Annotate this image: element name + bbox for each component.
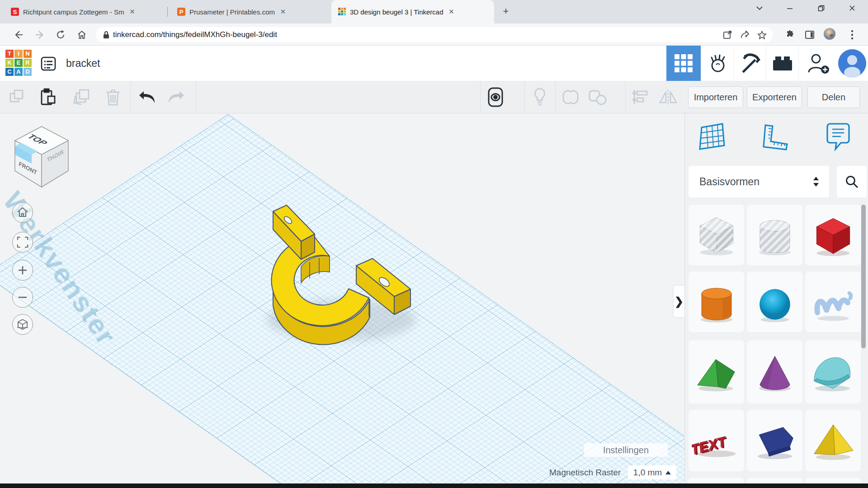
- close-icon[interactable]: ✕: [127, 7, 137, 16]
- back-icon[interactable]: [13, 29, 24, 41]
- tab-tinkercad[interactable]: 3D design beugel 3 | Tinkercad ✕: [331, 0, 494, 23]
- shape-navy-polygon[interactable]: [747, 410, 802, 471]
- browser-address-bar: tinkercad.com/things/fedeilMXhGh-beugel-…: [0, 23, 868, 46]
- minecraft-icon[interactable]: [733, 46, 766, 81]
- chevron-down-icon[interactable]: [749, 0, 770, 16]
- shape-orange-cylinder[interactable]: [689, 272, 744, 332]
- shape-cell-partial[interactable]: [689, 478, 744, 483]
- expand-panel-icon[interactable]: ❯: [674, 286, 684, 317]
- snap-grid-label: Magnetisch Raster: [549, 468, 621, 478]
- design-grid-icon[interactable]: [666, 46, 701, 81]
- viewport-canvas[interactable]: Werkvenster TOP FRONT RIG: [0, 113, 684, 483]
- shape-cell-partial[interactable]: [747, 478, 802, 483]
- bottom-bar: [0, 483, 868, 488]
- forward-icon[interactable]: [34, 29, 46, 41]
- shape-green-roof[interactable]: [689, 340, 744, 404]
- invite-icon[interactable]: [798, 46, 836, 81]
- tab-printables[interactable]: P Prusameter | Printables.com ✕: [171, 0, 326, 23]
- home-view-icon[interactable]: [12, 202, 33, 223]
- browser-tab-bar: S Richtpunt campus Zottegem - Sm ✕ P Pru…: [0, 0, 868, 23]
- restore-icon[interactable]: [811, 0, 831, 16]
- shape-striped-box[interactable]: [689, 205, 744, 265]
- align-icon[interactable]: [630, 87, 650, 107]
- snap-grid-value: 1,0 mm: [633, 468, 662, 478]
- shape-striped-cylinder[interactable]: [747, 205, 802, 265]
- delete-icon[interactable]: [103, 87, 123, 107]
- settings-button[interactable]: Instellingen: [584, 443, 668, 457]
- design-menu-icon[interactable]: [41, 56, 56, 71]
- shape-yellow-pyramid[interactable]: [805, 410, 861, 471]
- export-button[interactable]: Exporteren: [747, 86, 802, 108]
- logo-tile: D: [24, 68, 32, 76]
- shapes-sidebar: Basisvormen TEXTTEXT: [684, 113, 868, 483]
- share-button[interactable]: Delen: [807, 86, 860, 108]
- open-in-new-icon[interactable]: [723, 30, 732, 39]
- minimize-icon[interactable]: [779, 0, 800, 16]
- view-cube[interactable]: TOP FRONT RIGHT: [11, 120, 72, 190]
- url-text: tinkercad.com/things/fedeilMXhGh-beugel-…: [113, 30, 277, 39]
- tinkercad-toolbar: Importeren Exporteren Delen: [0, 81, 868, 113]
- shape-red-box[interactable]: [805, 205, 861, 265]
- home-icon[interactable]: [76, 29, 88, 41]
- tinkercad-window: S Richtpunt campus Zottegem - Sm ✕ P Pru…: [0, 0, 868, 488]
- shape-teal-round-roof[interactable]: [805, 340, 861, 404]
- close-icon[interactable]: [842, 0, 863, 16]
- tab-title: Richtpunt campus Zottegem - Sm: [23, 8, 124, 16]
- share-icon[interactable]: [740, 30, 749, 39]
- snap-dropdown-arrow-icon: [665, 471, 671, 474]
- copy-icon[interactable]: [7, 87, 27, 107]
- sidebar-scrollbar[interactable]: [861, 205, 866, 348]
- account-avatar[interactable]: [836, 46, 868, 81]
- tinkercad-header: TINKERCAD bracket: [0, 46, 868, 81]
- tab-title: Prusameter | Printables.com: [189, 8, 275, 16]
- mirror-icon[interactable]: [658, 87, 678, 107]
- close-icon[interactable]: ✕: [447, 7, 456, 16]
- shape-red-text[interactable]: TEXTTEXT: [689, 410, 744, 471]
- extensions-icon[interactable]: [784, 29, 796, 41]
- zoom-out-icon[interactable]: [12, 287, 33, 308]
- simlab-icon[interactable]: [701, 46, 733, 81]
- brick-icon[interactable]: [766, 46, 798, 81]
- close-icon[interactable]: ✕: [278, 7, 288, 16]
- import-button[interactable]: Importeren: [688, 86, 743, 108]
- side-panel-icon[interactable]: [804, 29, 816, 41]
- snap-grid-dropdown[interactable]: 1,0 mm: [628, 465, 676, 479]
- tinkercad-favicon: [338, 8, 346, 16]
- smartschool-icon: S: [11, 8, 19, 16]
- logo-tile: N: [24, 50, 32, 58]
- zoom-in-icon[interactable]: [12, 260, 33, 281]
- logo-tile: T: [5, 50, 14, 58]
- show-all-icon[interactable]: [486, 87, 505, 107]
- tinkercad-logo[interactable]: TINKERCAD: [5, 50, 32, 76]
- shape-blue-sphere[interactable]: [747, 272, 802, 332]
- logo-tile: E: [14, 59, 23, 67]
- tab-title: 3D design beugel 3 | Tinkercad: [350, 8, 443, 16]
- logo-tile: A: [14, 68, 23, 76]
- logo-tile: R: [24, 59, 32, 67]
- ungroup-icon[interactable]: [588, 87, 608, 107]
- tab-divider: [167, 7, 168, 17]
- redo-icon[interactable]: [165, 87, 185, 107]
- group-icon[interactable]: [561, 87, 580, 107]
- fit-view-icon[interactable]: [12, 232, 33, 253]
- bracket-model[interactable]: [235, 194, 443, 348]
- shape-scribble[interactable]: [805, 272, 861, 332]
- new-tab-icon[interactable]: +: [499, 5, 513, 19]
- bookmark-star-icon[interactable]: [757, 30, 767, 40]
- tab-smartschool[interactable]: S Richtpunt campus Zottegem - Sm ✕: [5, 0, 165, 23]
- shape-cell-partial[interactable]: [805, 478, 861, 483]
- light-icon[interactable]: [530, 87, 550, 107]
- shape-purple-cone[interactable]: [747, 340, 802, 404]
- reload-icon[interactable]: [55, 29, 66, 41]
- perspective-icon[interactable]: [12, 314, 33, 335]
- undo-icon[interactable]: [138, 87, 158, 107]
- paste-icon[interactable]: [38, 87, 58, 107]
- url-bar[interactable]: tinkercad.com/things/fedeilMXhGh-beugel-…: [96, 27, 773, 42]
- printables-icon: P: [177, 8, 185, 16]
- lock-icon: [103, 31, 109, 39]
- design-title[interactable]: bracket: [66, 57, 100, 70]
- profile-avatar[interactable]: [824, 28, 835, 40]
- duplicate-icon[interactable]: [71, 87, 91, 107]
- logo-tile: K: [5, 59, 14, 67]
- menu-kebab-icon[interactable]: [846, 29, 858, 41]
